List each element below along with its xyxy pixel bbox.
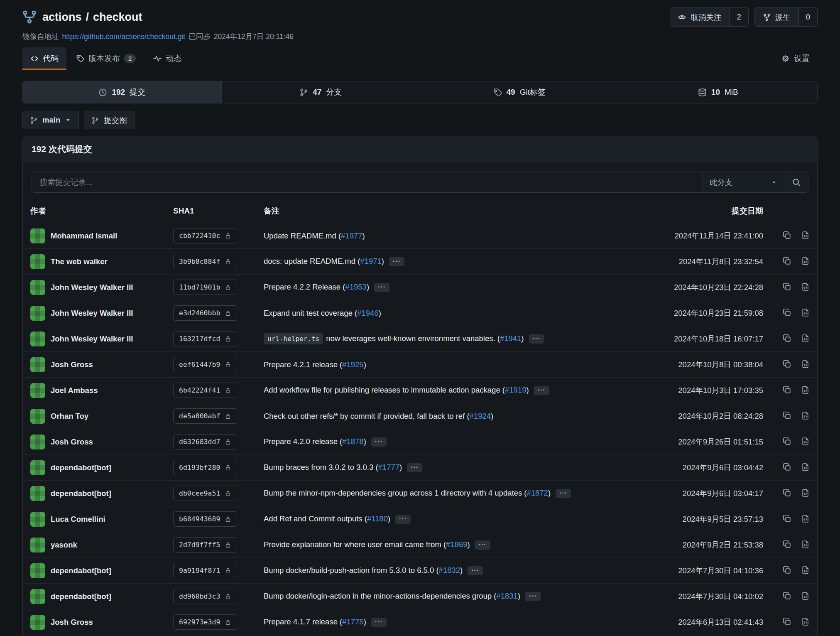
author-avatar[interactable] [30, 228, 45, 243]
copy-sha-button[interactable] [783, 334, 791, 344]
commit-author-name[interactable]: Josh Gross [51, 437, 93, 447]
commit-author-name[interactable]: yasonk [51, 540, 77, 550]
commit-author-name[interactable]: Luca Comellini [51, 515, 105, 524]
expand-commit-body-button[interactable]: ··· [407, 463, 422, 473]
stat-branches[interactable]: 47 分支 [221, 81, 420, 103]
expand-commit-body-button[interactable]: ··· [529, 334, 544, 344]
view-source-button[interactable] [801, 540, 810, 550]
author-avatar[interactable] [30, 435, 45, 449]
tab-activity[interactable]: 动态 [145, 47, 189, 70]
view-source-button[interactable] [801, 514, 810, 524]
view-source-button[interactable] [801, 463, 810, 473]
view-source-button[interactable] [801, 566, 810, 576]
copy-sha-button[interactable] [783, 231, 791, 241]
author-avatar[interactable] [30, 409, 45, 424]
sha-badge[interactable]: de5a000abf [173, 408, 237, 424]
author-avatar[interactable] [30, 280, 45, 295]
view-source-button[interactable] [801, 386, 810, 395]
pr-link[interactable]: #1832 [439, 566, 460, 575]
view-source-button[interactable] [801, 360, 810, 370]
expand-commit-body-button[interactable]: ··· [475, 540, 490, 550]
expand-commit-body-button[interactable]: ··· [389, 257, 404, 267]
commit-search-input[interactable] [32, 172, 703, 192]
author-avatar[interactable] [30, 589, 45, 604]
expand-commit-body-button[interactable]: ··· [534, 386, 549, 395]
tab-settings[interactable]: 设置 [774, 47, 818, 70]
copy-sha-button[interactable] [783, 489, 791, 498]
tab-releases[interactable]: 版本发布 2 [68, 47, 144, 70]
copy-sha-button[interactable] [783, 592, 791, 602]
copy-sha-button[interactable] [783, 566, 791, 576]
sha-badge[interactable]: 6d193bf280 [173, 460, 237, 475]
author-avatar[interactable] [30, 357, 45, 372]
repo-owner-link[interactable]: actions [42, 11, 82, 24]
sha-badge[interactable]: dd960bd3c3 [173, 589, 237, 604]
author-avatar[interactable] [30, 306, 45, 321]
commit-author-name[interactable]: dependabot[bot] [51, 463, 111, 472]
expand-commit-body-button[interactable]: ··· [468, 566, 483, 576]
commit-author-name[interactable]: John Wesley Walker III [51, 309, 133, 318]
view-source-button[interactable] [801, 308, 810, 318]
sha-badge[interactable]: db0cee9a51 [173, 486, 237, 501]
view-source-button[interactable] [801, 617, 810, 627]
pr-link[interactable]: #1925 [342, 360, 363, 369]
expand-commit-body-button[interactable]: ··· [556, 489, 571, 498]
author-avatar[interactable] [30, 512, 45, 527]
pr-link[interactable]: #1941 [500, 334, 521, 343]
commit-author-name[interactable]: John Wesley Walker III [51, 334, 133, 344]
mirror-url-link[interactable]: https://github.com/actions/checkout.git [62, 32, 186, 41]
sha-badge[interactable]: 6b42224f41 [173, 383, 237, 398]
copy-sha-button[interactable] [783, 257, 791, 267]
sha-badge[interactable]: 692973e3d9 [173, 614, 237, 630]
pr-link[interactable]: #1777 [378, 463, 399, 471]
pr-link[interactable]: #1977 [341, 231, 362, 240]
author-avatar[interactable] [30, 460, 45, 475]
pr-link[interactable]: #1924 [470, 412, 491, 420]
copy-sha-button[interactable] [783, 617, 791, 627]
copy-sha-button[interactable] [783, 360, 791, 370]
unwatch-button[interactable]: 取消关注 [670, 8, 729, 26]
pr-link[interactable]: #1775 [342, 617, 363, 626]
copy-sha-button[interactable] [783, 411, 791, 421]
sha-badge[interactable]: 11bd71901b [173, 280, 237, 295]
expand-commit-body-button[interactable]: ··· [525, 592, 541, 602]
repo-name-link[interactable]: checkout [93, 11, 142, 24]
commit-author-name[interactable]: Joel Ambass [51, 386, 98, 395]
copy-sha-button[interactable] [783, 282, 791, 292]
commit-author-name[interactable]: dependabot[bot] [51, 489, 111, 498]
commit-author-name[interactable]: dependabot[bot] [51, 592, 111, 601]
author-avatar[interactable] [30, 486, 45, 501]
branch-selector[interactable]: main [22, 111, 79, 129]
view-source-button[interactable] [801, 282, 810, 292]
pr-link[interactable]: #1872 [527, 489, 548, 497]
commit-author-name[interactable]: Josh Gross [51, 360, 93, 369]
pr-link[interactable]: #1919 [505, 386, 526, 394]
sha-badge[interactable]: e3d2460bbb [173, 305, 237, 321]
pr-link[interactable]: #1971 [360, 257, 381, 265]
fork-button[interactable]: 派生 [755, 8, 798, 26]
commit-author-name[interactable]: Josh Gross [51, 618, 93, 627]
copy-sha-button[interactable] [783, 308, 791, 318]
pr-link[interactable]: #1878 [342, 437, 363, 446]
commit-author-name[interactable]: The web walker [51, 257, 108, 266]
copy-sha-button[interactable] [783, 386, 791, 395]
sha-badge[interactable]: 3b9b8c884f [173, 254, 237, 269]
expand-commit-body-button[interactable]: ··· [371, 437, 387, 447]
stat-tags[interactable]: 49 Git标签 [420, 81, 619, 103]
pr-link[interactable]: #1180 [367, 514, 388, 523]
commit-graph-button[interactable]: 提交图 [84, 111, 135, 129]
view-source-button[interactable] [801, 489, 810, 498]
watchers-count[interactable]: 2 [729, 8, 748, 26]
author-avatar[interactable] [30, 332, 45, 346]
branch-filter-dropdown[interactable]: 此分支 [703, 172, 784, 192]
stat-commits[interactable]: 192 提交 [23, 81, 221, 103]
author-avatar[interactable] [30, 615, 45, 630]
copy-sha-button[interactable] [783, 514, 791, 524]
author-avatar[interactable] [30, 254, 45, 269]
commit-author-name[interactable]: John Wesley Walker III [51, 283, 133, 292]
tab-code[interactable]: 代码 [22, 47, 66, 70]
sha-badge[interactable]: 9a9194f871 [173, 563, 237, 578]
author-avatar[interactable] [30, 563, 45, 578]
sha-badge[interactable]: d632683dd7 [173, 434, 237, 449]
copy-sha-button[interactable] [783, 540, 791, 550]
